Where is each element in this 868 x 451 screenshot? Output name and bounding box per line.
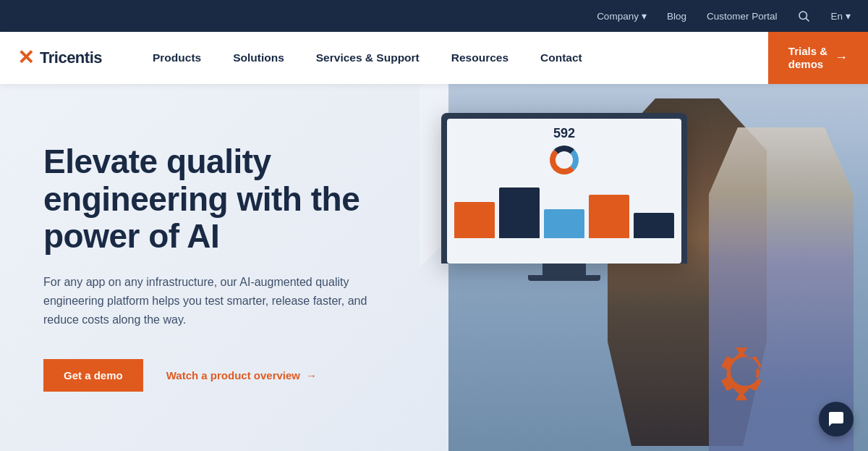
nav-resources[interactable]: Resources <box>435 32 524 84</box>
chat-icon <box>827 410 845 428</box>
trials-demos-button[interactable]: Trials & demos → <box>768 32 868 84</box>
bar-chart <box>454 180 674 238</box>
blog-label: Blog <box>667 11 686 22</box>
nav-links: Products Solutions Services & Support Re… <box>137 32 768 84</box>
company-menu[interactable]: Company ▾ <box>597 10 647 22</box>
trials-line1: Trials & <box>788 45 827 58</box>
nav-products[interactable]: Products <box>137 32 217 84</box>
watch-arrow-icon: → <box>306 369 317 382</box>
hero-image: 592 <box>420 84 868 451</box>
company-chevron-icon: ▾ <box>642 10 647 22</box>
search-icon <box>797 9 810 22</box>
search-button[interactable] <box>797 9 810 22</box>
main-nav: ✕ Tricentis Products Solutions Services … <box>0 32 868 84</box>
get-demo-button[interactable]: Get a demo <box>43 359 143 392</box>
logo-name: Tricentis <box>40 49 102 67</box>
watch-overview-link[interactable]: Watch a product overview → <box>166 369 317 382</box>
svg-point-0 <box>799 12 807 20</box>
logo-x-icon: ✕ <box>17 48 34 68</box>
monitor-mockup: 592 <box>441 113 687 281</box>
portal-link[interactable]: Customer Portal <box>707 11 778 22</box>
top-bar: Company ▾ Blog Customer Portal En ▾ <box>0 0 868 32</box>
lang-label: En <box>830 11 843 22</box>
hero-content: Elevate quality engineering with the pow… <box>43 143 448 392</box>
company-label: Company <box>597 11 639 22</box>
svg-line-1 <box>807 18 809 21</box>
screen-stat: 592 <box>454 126 674 141</box>
portal-label: Customer Portal <box>707 11 778 22</box>
logo-link[interactable]: ✕ Tricentis <box>17 48 102 68</box>
gear-overlay <box>709 335 781 408</box>
nav-contact[interactable]: Contact <box>524 32 598 84</box>
blog-link[interactable]: Blog <box>667 11 686 22</box>
hero-buttons: Get a demo Watch a product overview → <box>43 359 448 392</box>
trials-line2: demos <box>788 58 827 71</box>
donut-chart <box>550 146 579 174</box>
hero-title: Elevate quality engineering with the pow… <box>43 143 448 256</box>
lang-selector[interactable]: En ▾ <box>830 10 851 22</box>
hero-section: Elevate quality engineering with the pow… <box>0 84 868 451</box>
nav-services[interactable]: Services & Support <box>300 32 435 84</box>
hero-description: For any app on any infrastructure, our A… <box>43 273 376 330</box>
lang-chevron-icon: ▾ <box>846 10 851 22</box>
chat-button[interactable] <box>819 402 854 437</box>
trials-arrow-icon: → <box>835 50 848 66</box>
nav-solutions[interactable]: Solutions <box>217 32 300 84</box>
gear-icon <box>709 335 781 408</box>
watch-label: Watch a product overview <box>166 369 300 382</box>
